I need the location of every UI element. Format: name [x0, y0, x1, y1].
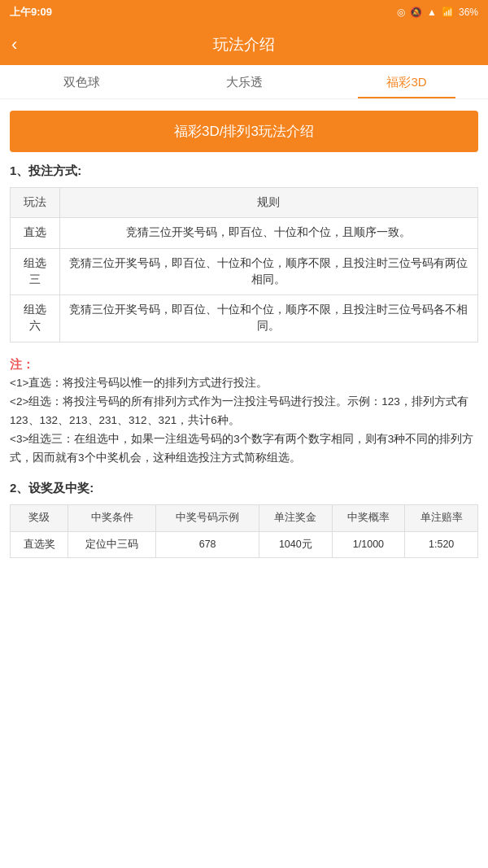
note-item: <1>直选：将投注号码以惟一的排列方式进行投注。: [10, 374, 478, 393]
back-button[interactable]: ‹: [11, 34, 17, 55]
prize-table: 奖级中奖条件中奖号码示例单注奖金中奖概率单注赔率 直选奖定位中三码6781040…: [10, 504, 478, 558]
status-time: 上午9:09: [10, 5, 52, 20]
signal-icon: 📶: [442, 7, 454, 18]
section1-title: 1、投注方式:: [10, 164, 478, 179]
prize-col-header: 中奖概率: [332, 505, 405, 532]
prize-col-header: 单注奖金: [259, 505, 332, 532]
prize-cell: 定位中三码: [68, 531, 156, 558]
method-cell: 组选六: [11, 295, 60, 342]
prize-cell: 678: [156, 531, 259, 558]
prize-cell: 1:520: [405, 531, 478, 558]
table-row: 直选竞猜三位开奖号码，即百位、十位和个位，且顺序一致。: [11, 218, 478, 248]
section2-title: 2、设奖及中奖:: [10, 481, 478, 496]
header-title: 玩法介绍: [213, 34, 275, 55]
game-table: 玩法 规则 直选竞猜三位开奖号码，即百位、十位和个位，且顺序一致。组选三竞猜三位…: [10, 187, 478, 342]
prize-table-row: 直选奖定位中三码6781040元1/10001:520: [11, 531, 478, 558]
bell-icon: 🔕: [410, 7, 422, 18]
note-item: <3>组选三：在组选中，如果一注组选号码的3个数字有两个数字相同，则有3种不同的…: [10, 430, 478, 468]
prize-cell: 直选奖: [11, 531, 68, 558]
content: 福彩3D/排列3玩法介绍 1、投注方式: 玩法 规则 直选竞猜三位开奖号码，即百…: [0, 99, 488, 569]
tab-shuangseqiu[interactable]: 双色球: [0, 65, 163, 98]
prize-col-header: 中奖条件: [68, 505, 156, 532]
banner: 福彩3D/排列3玩法介绍: [10, 111, 478, 152]
method-cell: 组选三: [11, 248, 60, 295]
tab-daletou[interactable]: 大乐透: [163, 65, 325, 98]
rule-cell: 竞猜三位开奖号码，即百位、十位和个位，且顺序一致。: [59, 218, 477, 248]
prize-cell: 1040元: [259, 531, 332, 558]
notes: 注： <1>直选：将投注号码以惟一的排列方式进行投注。<2>组选：将投注号码的所…: [10, 354, 478, 469]
table-row: 组选三竞猜三位开奖号码，即百位、十位和个位，顺序不限，且投注时三位号码有两位相同…: [11, 248, 478, 295]
rule-cell: 竞猜三位开奖号码，即百位、十位和个位，顺序不限，且投注时三位号码有两位相同。: [59, 248, 477, 295]
header: ‹ 玩法介绍: [0, 24, 488, 65]
table-row: 组选六竞猜三位开奖号码，即百位、十位和个位，顺序不限，且投注时三位号码各不相同。: [11, 295, 478, 342]
rule-cell: 竞猜三位开奖号码，即百位、十位和个位，顺序不限，且投注时三位号码各不相同。: [59, 295, 477, 342]
battery-text: 36%: [459, 7, 478, 18]
note-item: <2>组选：将投注号码的所有排列方式作为一注投注号码进行投注。示例：123，排列…: [10, 393, 478, 430]
alarm-icon: ◎: [397, 7, 405, 18]
status-bar: 上午9:09 ◎ 🔕 ▲ 📶 36%: [0, 0, 488, 24]
prize-cell: 1/1000: [332, 531, 405, 558]
method-cell: 直选: [11, 218, 60, 248]
wifi-icon: ▲: [427, 7, 437, 18]
note-label: 注：: [10, 357, 34, 371]
tab-bar: 双色球 大乐透 福彩3D: [0, 65, 488, 99]
prize-col-header: 奖级: [11, 505, 68, 532]
col-header-rule: 规则: [59, 188, 477, 218]
tab-fucai3d[interactable]: 福彩3D: [325, 65, 488, 98]
col-header-method: 玩法: [11, 188, 60, 218]
prize-col-header: 中奖号码示例: [156, 505, 259, 532]
prize-col-header: 单注赔率: [405, 505, 478, 532]
status-icons: ◎ 🔕 ▲ 📶 36%: [397, 7, 478, 18]
